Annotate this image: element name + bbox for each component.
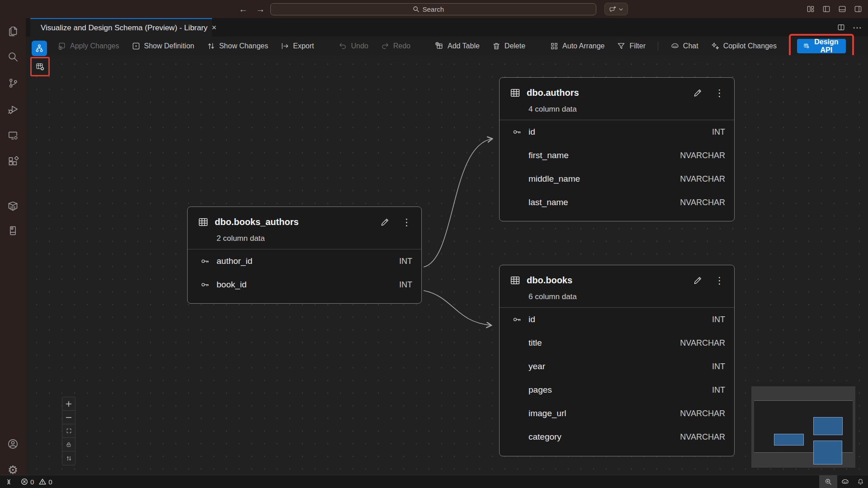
table-grid-icon bbox=[509, 275, 521, 286]
column-row[interactable]: author_id INT bbox=[188, 249, 421, 273]
kebab-menu-icon[interactable]: ⋮ bbox=[715, 276, 724, 285]
notifications-bell-button[interactable] bbox=[853, 475, 868, 488]
add-table-button[interactable]: Add Table bbox=[435, 42, 480, 51]
zoom-in-button[interactable] bbox=[62, 397, 75, 411]
filter-funnel-icon bbox=[617, 42, 626, 51]
more-actions-icon[interactable]: ⋯ bbox=[853, 22, 862, 33]
titlebar: ← → bbox=[0, 0, 868, 18]
apply-changes-button[interactable]: Apply Changes bbox=[57, 42, 119, 51]
edit-pencil-icon[interactable] bbox=[380, 217, 390, 227]
customize-layout-icon[interactable] bbox=[806, 5, 815, 14]
column-row[interactable]: middle_name NVARCHAR bbox=[500, 167, 734, 191]
column-row[interactable]: year INT bbox=[500, 355, 734, 378]
show-definition-icon bbox=[132, 42, 141, 51]
table-designer-button[interactable] bbox=[33, 59, 47, 74]
table-node-authors[interactable]: dbo.authors ⋮ 4 column data id INT first… bbox=[499, 77, 735, 221]
show-definition-button[interactable]: Show Definition bbox=[132, 42, 194, 51]
zoom-out-button[interactable] bbox=[62, 411, 75, 424]
minimap-node-books-authors bbox=[774, 434, 804, 446]
toggle-primary-sidebar-icon[interactable] bbox=[822, 5, 831, 14]
schema-diagram-canvas[interactable]: dbo.books_authors ⋮ 2 column data author… bbox=[26, 55, 868, 475]
trash-icon bbox=[492, 42, 501, 51]
chevron-down-icon[interactable] bbox=[618, 7, 623, 12]
chat-button[interactable]: Chat bbox=[670, 42, 698, 51]
sidebar-item-database-projects[interactable] bbox=[0, 195, 26, 217]
search-input[interactable] bbox=[423, 5, 454, 13]
sidebar-item-run-debug[interactable] bbox=[0, 99, 26, 120]
undo-button[interactable]: Undo bbox=[338, 42, 368, 51]
sql-project-icon bbox=[7, 225, 19, 236]
column-row[interactable]: category NVARCHAR bbox=[500, 425, 734, 449]
show-changes-button[interactable]: Show Changes bbox=[207, 42, 269, 51]
column-row[interactable]: last_name NVARCHAR bbox=[500, 191, 734, 214]
canvas-zoom-controls bbox=[62, 397, 75, 465]
sidebar-item-extensions[interactable] bbox=[0, 150, 26, 172]
sidebar-item-sql-project[interactable] bbox=[0, 220, 26, 241]
column-row[interactable]: id INT bbox=[500, 120, 734, 144]
sidebar-item-remote-explorer[interactable] bbox=[0, 125, 26, 146]
problems-indicator[interactable]: 0 0 bbox=[17, 475, 56, 488]
sidebar-item-source-control[interactable] bbox=[0, 72, 26, 94]
schema-hierarchy-view-button[interactable] bbox=[32, 41, 47, 56]
column-name: last_name bbox=[528, 197, 568, 207]
table-node-books-authors[interactable]: dbo.books_authors ⋮ 2 column data author… bbox=[187, 206, 422, 304]
split-editor-icon[interactable] bbox=[837, 23, 845, 32]
relationship-edges bbox=[26, 55, 868, 475]
extensions-icon bbox=[7, 155, 19, 167]
nav-forward-button[interactable]: → bbox=[256, 4, 265, 14]
table-node-books[interactable]: dbo.books ⋮ 6 column data id INT title bbox=[499, 265, 735, 456]
design-api-button[interactable]: Design API bbox=[797, 39, 846, 53]
redo-button[interactable]: Redo bbox=[381, 42, 410, 51]
kebab-menu-icon[interactable]: ⋮ bbox=[402, 217, 411, 227]
column-name: book_id bbox=[217, 280, 247, 290]
toggle-secondary-sidebar-icon[interactable] bbox=[854, 5, 863, 14]
column-row[interactable]: id INT bbox=[500, 308, 734, 331]
column-name: author_id bbox=[217, 256, 252, 266]
remote-indicator-button[interactable] bbox=[0, 475, 17, 488]
search-icon bbox=[413, 6, 420, 13]
lock-button[interactable] bbox=[62, 438, 75, 451]
edge-books-authors-to-authors bbox=[424, 139, 492, 267]
toggle-panel-icon[interactable] bbox=[838, 5, 847, 14]
vscode-window: ← → bbox=[0, 0, 868, 488]
auto-arrange-button[interactable]: Auto Arrange bbox=[550, 42, 604, 51]
apply-changes-icon bbox=[57, 42, 66, 51]
zoom-status-button[interactable] bbox=[819, 475, 837, 488]
column-row[interactable]: pages INT bbox=[500, 378, 734, 402]
filter-button[interactable]: Filter bbox=[617, 42, 646, 51]
kebab-menu-icon[interactable]: ⋮ bbox=[715, 88, 724, 98]
edit-pencil-icon[interactable] bbox=[693, 88, 703, 98]
column-row[interactable]: title NVARCHAR bbox=[500, 331, 734, 355]
nav-back-button[interactable]: ← bbox=[239, 4, 248, 14]
export-button[interactable]: Export bbox=[280, 42, 314, 51]
copilot-status-button[interactable] bbox=[837, 475, 853, 488]
fit-view-button[interactable] bbox=[62, 424, 75, 438]
tab-close-icon[interactable]: × bbox=[212, 23, 217, 33]
column-type: NVARCHAR bbox=[680, 432, 725, 442]
copilot-chat-button[interactable] bbox=[604, 3, 628, 15]
database-container-icon bbox=[7, 200, 19, 212]
edit-pencil-icon[interactable] bbox=[693, 275, 703, 286]
run-debug-icon bbox=[7, 103, 19, 115]
table-name: dbo.books bbox=[527, 275, 572, 286]
edge-books-authors-to-books bbox=[424, 291, 491, 325]
copilot-changes-button[interactable]: Copilot Changes bbox=[711, 42, 777, 51]
command-center-search[interactable] bbox=[270, 3, 596, 15]
column-row[interactable]: book_id INT bbox=[188, 273, 421, 296]
column-type: INT bbox=[399, 257, 412, 266]
copilot-changes-label: Copilot Changes bbox=[723, 42, 777, 50]
delete-button[interactable]: Delete bbox=[492, 42, 525, 51]
column-name: first_name bbox=[528, 150, 569, 160]
diagram-minimap[interactable] bbox=[751, 386, 855, 468]
primary-key-icon bbox=[200, 280, 210, 290]
explorer-files-icon bbox=[7, 25, 19, 37]
sidebar-item-accounts[interactable] bbox=[0, 433, 26, 455]
refresh-layout-button[interactable] bbox=[62, 451, 75, 465]
toolbar-separator bbox=[658, 42, 658, 51]
column-row[interactable]: image_url NVARCHAR bbox=[500, 402, 734, 425]
sidebar-item-search[interactable] bbox=[0, 46, 26, 68]
sidebar-item-explorer[interactable] bbox=[0, 20, 26, 42]
tab-visualize-design-schema[interactable]: Visualize and Design Schema (Preview) - … bbox=[30, 18, 212, 37]
column-row[interactable]: first_name NVARCHAR bbox=[500, 144, 734, 167]
table-grid-icon bbox=[509, 87, 521, 99]
